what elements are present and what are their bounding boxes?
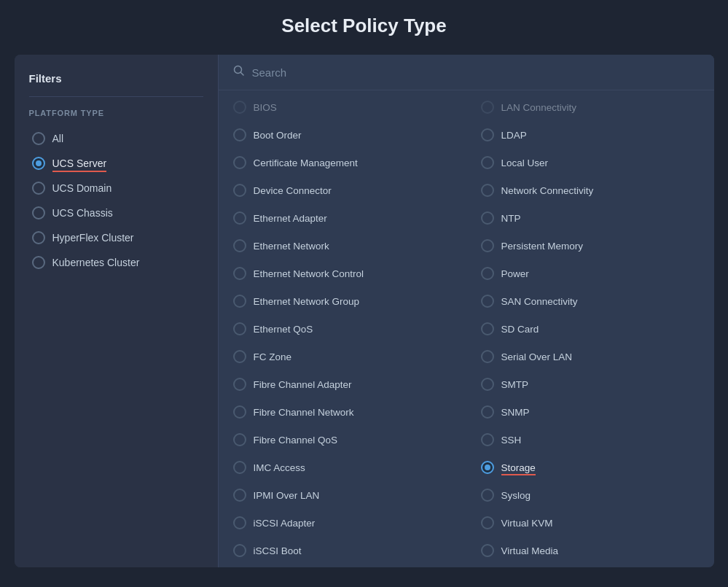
radio-iscsi-boot (233, 544, 246, 557)
list-item[interactable]: Virtual KVM (466, 509, 714, 537)
list-item[interactable]: Power (466, 260, 714, 287)
list-item[interactable]: LDAP (466, 121, 714, 149)
policy-name-boot-order: Boot Order (254, 130, 302, 141)
radio-syslog (481, 489, 494, 502)
policy-name-fc-zone: FC Zone (254, 351, 292, 362)
list-item[interactable]: Certificate Management (219, 149, 466, 176)
search-icon (233, 65, 245, 79)
list-item[interactable]: Fibre Channel Adapter (219, 370, 466, 398)
sidebar-item-hyperflex-cluster[interactable]: HyperFlex Cluster (29, 225, 203, 250)
sidebar-label-ucs-chassis: UCS Chassis (52, 207, 113, 219)
radio-ntp (481, 211, 494, 225)
radio-snmp (481, 405, 494, 419)
list-item[interactable]: Ethernet Network Control (219, 260, 466, 287)
list-item[interactable]: BIOS (219, 93, 466, 121)
list-item[interactable]: Boot Order (219, 121, 466, 149)
policy-name-ethernet-network-control: Ethernet Network Control (254, 268, 364, 279)
sidebar-label-hyperflex-cluster: HyperFlex Cluster (52, 232, 134, 244)
list-item[interactable]: Network Connectivity (466, 176, 714, 204)
radio-storage (481, 461, 494, 474)
list-item[interactable]: iSCSI Adapter (219, 509, 466, 537)
list-item[interactable]: SAN Connectivity (466, 287, 714, 315)
radio-ucs-chassis (32, 206, 45, 219)
policy-name-snmp: SNMP (501, 407, 530, 418)
list-item[interactable]: SD Card (466, 315, 714, 343)
radio-power (481, 267, 494, 280)
radio-virtual-kvm (481, 516, 494, 529)
policy-name-power: Power (501, 268, 529, 279)
sidebar-item-all[interactable]: All (29, 126, 203, 151)
list-item[interactable]: Persistent Memory (466, 232, 714, 260)
list-item[interactable]: SSH (466, 426, 714, 454)
policy-name-syslog: Syslog (501, 490, 531, 501)
radio-ldap (481, 128, 494, 141)
policy-name-ethernet-network: Ethernet Network (254, 241, 329, 252)
list-item[interactable]: FC Zone (219, 343, 466, 370)
content-panel: BIOS Boot Order Certificate Management D… (219, 55, 714, 567)
sidebar-title: Filters (29, 72, 203, 85)
policy-name-fibre-channel-network: Fibre Channel Network (254, 407, 354, 418)
list-item[interactable]: NTP (466, 204, 714, 232)
policy-name-persistent-memory: Persistent Memory (501, 241, 584, 252)
policy-name-sd-card: SD Card (501, 324, 539, 335)
radio-persistent-memory (481, 239, 494, 252)
sidebar-item-ucs-chassis[interactable]: UCS Chassis (29, 201, 203, 225)
radio-san-connectivity (481, 295, 494, 308)
list-item[interactable]: Ethernet Adapter (219, 204, 466, 232)
policy-name-storage: Storage (501, 462, 536, 473)
radio-network-connectivity (481, 184, 494, 197)
list-item[interactable]: Fibre Channel Network (219, 398, 466, 426)
policy-name-virtual-media: Virtual Media (501, 545, 559, 556)
policy-name-network-connectivity: Network Connectivity (501, 185, 594, 196)
radio-lan-connectivity (481, 101, 494, 114)
sidebar-item-ucs-domain[interactable]: UCS Domain (29, 176, 203, 201)
list-item[interactable]: Device Connector (219, 176, 466, 204)
list-item[interactable]: Ethernet Network (219, 232, 466, 260)
list-item[interactable]: Syslog (466, 481, 714, 509)
policy-name-smtp: SMTP (501, 379, 529, 390)
list-item[interactable]: Ethernet Network Group (219, 287, 466, 315)
radio-ethernet-network-control (233, 267, 246, 280)
radio-imc-access (233, 461, 246, 474)
list-item[interactable]: IPMI Over LAN (219, 481, 466, 509)
sidebar-item-ucs-server[interactable]: UCS Server (29, 151, 203, 176)
storage-underline: Storage (501, 462, 536, 475)
list-item[interactable]: LAN Connectivity (466, 93, 714, 121)
radio-fibre-channel-qos (233, 433, 246, 446)
list-item[interactable]: Storage (466, 454, 714, 481)
sidebar-divider (29, 96, 203, 97)
sidebar-label-kubernetes-cluster: Kubernetes Cluster (52, 257, 140, 268)
list-item[interactable]: Local User (466, 149, 714, 176)
list-item[interactable]: Serial Over LAN (466, 343, 714, 370)
policy-name-fibre-channel-qos: Fibre Channel QoS (254, 435, 338, 446)
policy-name-imc-access: IMC Access (254, 462, 305, 473)
list-item[interactable]: Fibre Channel QoS (219, 426, 466, 454)
policy-name-ntp: NTP (501, 213, 521, 224)
radio-all (32, 132, 45, 145)
list-item[interactable]: SMTP (466, 370, 714, 398)
policy-name-bios: BIOS (254, 102, 277, 113)
list-item[interactable]: IMC Access (219, 454, 466, 481)
list-item[interactable]: Ethernet QoS (219, 315, 466, 343)
radio-fc-zone (233, 350, 246, 363)
radio-ucs-server (32, 157, 45, 170)
policy-name-ipmi-over-lan: IPMI Over LAN (254, 490, 320, 501)
radio-ipmi-over-lan (233, 489, 246, 502)
policy-name-ethernet-adapter: Ethernet Adapter (254, 213, 327, 224)
radio-fibre-channel-adapter (233, 378, 246, 391)
list-item[interactable]: iSCSI Boot (219, 537, 466, 564)
policy-columns: BIOS Boot Order Certificate Management D… (219, 90, 714, 567)
search-input[interactable] (252, 66, 700, 79)
modal-container: Filters PLATFORM TYPE All UCS Server UCS… (15, 55, 714, 567)
radio-device-connector (233, 184, 246, 197)
list-item[interactable]: SNMP (466, 398, 714, 426)
sidebar-item-kubernetes-cluster[interactable]: Kubernetes Cluster (29, 250, 203, 275)
radio-bios (233, 101, 246, 114)
policy-name-ldap: LDAP (501, 130, 527, 141)
list-item[interactable]: Virtual Media (466, 537, 714, 564)
ucs-server-underline: UCS Server (52, 158, 107, 172)
search-bar (219, 55, 714, 90)
policy-name-lan-connectivity: LAN Connectivity (501, 102, 577, 113)
policy-name-ethernet-network-group: Ethernet Network Group (254, 296, 360, 307)
radio-kubernetes-cluster (32, 256, 45, 269)
